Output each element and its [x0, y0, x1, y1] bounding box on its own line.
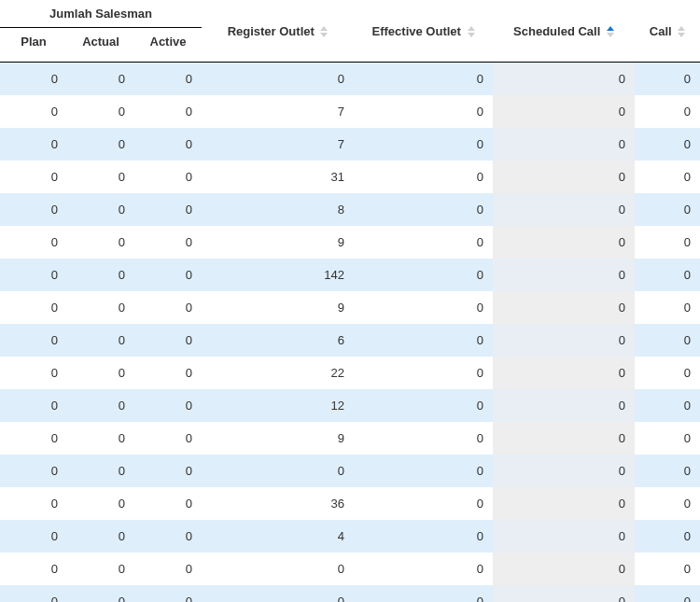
cell-scheduled-call: 0 [493, 585, 635, 602]
header-scheduled-call[interactable]: Scheduled Call [493, 0, 635, 63]
table-body: 0000000000700000070000003100000080000009… [0, 63, 700, 603]
cell-effective-outlet: 0 [354, 95, 493, 128]
cell-effective-outlet: 0 [354, 585, 493, 602]
sort-icon [320, 26, 328, 37]
table-row: 00036000 [0, 487, 700, 520]
cell-actual: 0 [67, 520, 134, 553]
cell-call: 0 [635, 226, 700, 259]
header-actual[interactable]: Actual [67, 28, 134, 63]
cell-register-outlet: 0 [202, 63, 354, 96]
cell-plan: 0 [0, 128, 67, 161]
cell-call: 0 [635, 95, 700, 128]
cell-plan: 0 [0, 487, 67, 520]
sort-icon [607, 26, 614, 37]
cell-plan: 0 [0, 193, 67, 226]
cell-register-outlet: 0 [202, 585, 354, 602]
cell-effective-outlet: 0 [354, 161, 493, 193]
cell-active: 0 [134, 259, 202, 291]
cell-actual: 0 [67, 553, 134, 585]
cell-actual: 0 [67, 193, 134, 226]
cell-active: 0 [134, 455, 202, 487]
cell-effective-outlet: 0 [354, 422, 493, 455]
cell-active: 0 [134, 487, 202, 520]
cell-actual: 0 [67, 226, 134, 259]
cell-active: 0 [134, 422, 202, 455]
cell-effective-outlet: 0 [354, 324, 493, 357]
cell-actual: 0 [67, 487, 134, 520]
cell-effective-outlet: 0 [354, 259, 493, 291]
cell-call: 0 [635, 422, 700, 455]
header-call-label: Call [650, 24, 672, 38]
cell-call: 0 [635, 455, 700, 487]
table-row: 0006000 [0, 324, 700, 357]
cell-active: 0 [134, 291, 202, 324]
table-row: 0009000 [0, 291, 700, 324]
cell-scheduled-call: 0 [493, 455, 635, 487]
cell-actual: 0 [67, 259, 134, 291]
cell-call: 0 [635, 585, 700, 602]
cell-actual: 0 [67, 357, 134, 389]
cell-actual: 0 [67, 291, 134, 324]
cell-call: 0 [635, 161, 700, 193]
cell-effective-outlet: 0 [354, 291, 493, 324]
cell-effective-outlet: 0 [354, 553, 493, 585]
cell-plan: 0 [0, 422, 67, 455]
table-row: 0000000 [0, 455, 700, 487]
cell-actual: 0 [67, 585, 134, 602]
header-active[interactable]: Active [134, 28, 202, 63]
cell-call: 0 [635, 357, 700, 389]
cell-scheduled-call: 0 [493, 553, 635, 585]
header-effective-outlet[interactable]: Effective Outlet [354, 0, 493, 63]
cell-active: 0 [134, 63, 202, 96]
cell-effective-outlet: 0 [354, 63, 493, 96]
cell-register-outlet: 0 [202, 553, 354, 585]
cell-scheduled-call: 0 [493, 95, 635, 128]
header-call[interactable]: Call [635, 0, 700, 63]
cell-actual: 0 [67, 324, 134, 357]
cell-call: 0 [635, 553, 700, 585]
cell-plan: 0 [0, 63, 67, 96]
cell-active: 0 [134, 161, 202, 193]
cell-register-outlet: 36 [202, 487, 354, 520]
cell-register-outlet: 22 [202, 357, 354, 389]
cell-effective-outlet: 0 [354, 520, 493, 553]
cell-register-outlet: 142 [202, 259, 354, 291]
cell-register-outlet: 0 [202, 455, 354, 487]
sort-asc-active-icon [607, 26, 614, 31]
cell-effective-outlet: 0 [354, 389, 493, 422]
cell-actual: 0 [67, 95, 134, 128]
cell-effective-outlet: 0 [354, 226, 493, 259]
cell-active: 0 [134, 95, 202, 128]
header-group-salesman: Jumlah Salesman [0, 0, 202, 28]
cell-plan: 0 [0, 324, 67, 357]
cell-actual: 0 [67, 389, 134, 422]
table-row: 00022000 [0, 357, 700, 389]
cell-effective-outlet: 0 [354, 487, 493, 520]
cell-plan: 0 [0, 520, 67, 553]
cell-plan: 0 [0, 585, 67, 602]
cell-effective-outlet: 0 [354, 357, 493, 389]
cell-register-outlet: 31 [202, 161, 354, 193]
cell-register-outlet: 7 [202, 128, 354, 161]
sort-icon [678, 26, 685, 37]
cell-call: 0 [635, 389, 700, 422]
cell-active: 0 [134, 128, 202, 161]
cell-scheduled-call: 0 [493, 487, 635, 520]
cell-scheduled-call: 0 [493, 63, 635, 96]
cell-scheduled-call: 0 [493, 161, 635, 193]
cell-call: 0 [635, 128, 700, 161]
cell-active: 0 [134, 520, 202, 553]
header-plan[interactable]: Plan [0, 28, 67, 63]
cell-plan: 0 [0, 95, 67, 128]
cell-register-outlet: 7 [202, 95, 354, 128]
cell-scheduled-call: 0 [493, 389, 635, 422]
cell-active: 0 [134, 357, 202, 389]
header-register-outlet[interactable]: Register Outlet [202, 0, 354, 63]
table-row: 0004000 [0, 520, 700, 553]
cell-plan: 0 [0, 553, 67, 585]
cell-scheduled-call: 0 [493, 226, 635, 259]
cell-plan: 0 [0, 226, 67, 259]
table-row: 0000000 [0, 63, 700, 96]
cell-plan: 0 [0, 389, 67, 422]
table-row: 0000000 [0, 553, 700, 585]
